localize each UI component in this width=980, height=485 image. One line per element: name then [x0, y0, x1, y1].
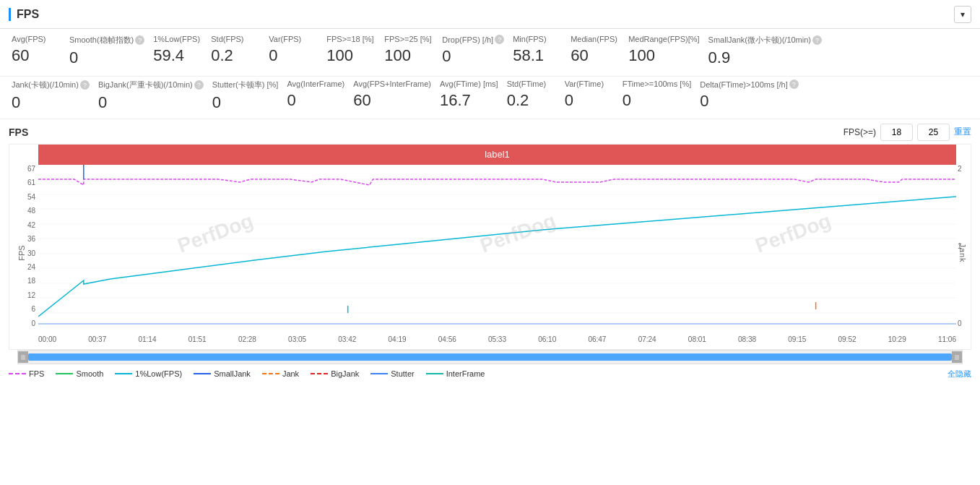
- stat-label: Smooth(稳帧指数)?: [69, 35, 144, 46]
- stats-row-2: Jank(卡顿)(/10min)?0BigJank(严重卡顿)(/10min)?…: [12, 80, 968, 112]
- stat-item: BigJank(严重卡顿)(/10min)?0: [98, 80, 212, 112]
- stat-item: Std(FTime)0.2: [507, 80, 565, 110]
- stat-value: 0: [69, 48, 78, 67]
- x-label: 06:10: [538, 335, 556, 343]
- chart-title: FPS: [9, 126, 28, 138]
- stat-value: 60: [353, 91, 370, 110]
- scrollbar-left-handle[interactable]: |||: [18, 351, 28, 363]
- stat-value: 100: [326, 46, 353, 65]
- stat-item: Avg(InterFrame)0: [287, 80, 353, 110]
- x-label: 03:42: [338, 335, 356, 343]
- fps-gte-label: FPS(>=): [844, 127, 876, 137]
- y-label: 30: [27, 249, 35, 257]
- fps-axis-label: FPS: [17, 245, 26, 260]
- y-label: 6: [31, 305, 35, 313]
- stat-value: 0.9: [708, 48, 731, 67]
- stat-item: Var(FTime)0: [565, 80, 623, 110]
- y-label: 36: [27, 235, 35, 243]
- legend-smooth-label: Smooth: [76, 369, 103, 378]
- stat-item: Min(FPS)58.1: [513, 35, 571, 65]
- legend-smalljank: SmallJank: [194, 369, 251, 378]
- help-icon[interactable]: ?: [812, 35, 822, 45]
- chart-container: 67 61 54 48 42 36 30 24 18 12 6 0 FPS Ja…: [9, 144, 971, 350]
- onepctlow-line: [38, 197, 956, 317]
- stat-item: Jank(卡顿)(/10min)?0: [12, 80, 98, 112]
- legend-stutter: Stutter: [370, 369, 414, 378]
- interframe-legend-line: [426, 373, 443, 374]
- chevron-down-icon: ▾: [961, 9, 965, 20]
- hide-all-button[interactable]: 全隐藏: [948, 369, 971, 379]
- x-label: 06:47: [588, 335, 606, 343]
- stat-value: 0: [565, 91, 573, 110]
- 1pctlow-legend-line: [115, 373, 132, 374]
- fps-input-2[interactable]: [917, 124, 950, 141]
- help-icon[interactable]: ?: [194, 80, 204, 90]
- dropdown-button[interactable]: ▾: [954, 6, 971, 23]
- x-label: 08:01: [688, 335, 706, 343]
- x-label: 10:29: [888, 335, 906, 343]
- legend-1pctlow-label: 1%Low(FPS): [135, 369, 182, 378]
- stutter-legend-line: [370, 373, 388, 374]
- smooth-legend-line: [56, 373, 73, 374]
- stat-item: MedRange(FPS)[%]100: [628, 35, 708, 65]
- legend-bigjank-label: BigJank: [331, 369, 359, 378]
- x-label: 01:14: [138, 335, 156, 343]
- scrollbar-right-handle[interactable]: |||: [952, 351, 962, 363]
- legend-bigjank: BigJank: [311, 369, 359, 378]
- fps-input-1[interactable]: [880, 124, 913, 141]
- stats-section-2: Jank(卡顿)(/10min)?0BigJank(严重卡顿)(/10min)?…: [0, 77, 980, 119]
- stat-label: Min(FPS): [513, 35, 546, 43]
- stat-value: 16.7: [440, 91, 471, 110]
- y-label: 24: [27, 263, 35, 271]
- scrollbar[interactable]: ||| |||: [17, 350, 963, 364]
- help-icon[interactable]: ?: [135, 35, 144, 45]
- help-icon[interactable]: ?: [80, 80, 90, 90]
- jank-legend-line: [262, 373, 279, 374]
- stat-label: Var(FPS): [269, 35, 301, 43]
- legend-smooth: Smooth: [56, 369, 103, 378]
- y-label: 0: [31, 319, 35, 327]
- stat-value: 0: [12, 93, 20, 112]
- stat-label: Std(FPS): [211, 35, 243, 43]
- stat-value: 60: [12, 46, 29, 65]
- legend-1pctlow: 1%Low(FPS): [115, 369, 182, 378]
- stat-item: Drop(FPS) [/h]?0: [442, 35, 513, 66]
- stat-label: Var(FTime): [565, 80, 604, 88]
- stat-item: 1%Low(FPS)59.4: [153, 35, 211, 65]
- legend-bar: FPS Smooth 1%Low(FPS) SmallJank Jank Big…: [0, 364, 980, 384]
- label-bar-text: label1: [485, 149, 510, 160]
- legend-interframe: InterFrame: [426, 369, 485, 378]
- stat-label: Avg(FPS+InterFrame): [353, 80, 431, 88]
- fps-line: [38, 179, 956, 185]
- y-label: 54: [27, 193, 35, 201]
- bigjank-legend-line: [311, 373, 328, 374]
- stat-label: Median(FPS): [571, 35, 617, 43]
- x-label: 01:51: [188, 335, 207, 343]
- stat-value: 58.1: [513, 46, 544, 65]
- x-label: 08:38: [738, 335, 756, 343]
- y-label: 67: [27, 165, 35, 173]
- y-label: 61: [27, 179, 35, 186]
- help-icon[interactable]: ?: [495, 35, 504, 44]
- stat-label: Drop(FPS) [/h]?: [442, 35, 504, 44]
- stat-item: Std(FPS)0.2: [211, 35, 269, 65]
- y-label: 18: [27, 277, 35, 285]
- fps-controls: FPS(>=) 重置: [844, 124, 971, 141]
- header: FPS ▾: [0, 0, 980, 29]
- reset-button[interactable]: 重置: [954, 126, 971, 138]
- stat-label: Stutter(卡顿率) [%]: [212, 80, 279, 90]
- stat-item: Median(FPS)60: [571, 35, 628, 65]
- x-label: 07:24: [638, 335, 656, 343]
- help-icon[interactable]: ?: [789, 80, 799, 89]
- stats-row-1: Avg(FPS)60Smooth(稳帧指数)?01%Low(FPS)59.4St…: [12, 35, 968, 67]
- legend-stutter-label: Stutter: [391, 369, 414, 378]
- y-label: 42: [27, 221, 35, 229]
- stat-label: FPS>=18 [%]: [326, 35, 373, 43]
- legend-interframe-label: InterFrame: [446, 369, 485, 378]
- stat-label: SmallJank(微小卡顿)(/10min)?: [708, 35, 822, 46]
- y-label: 48: [27, 207, 35, 215]
- scrollbar-track[interactable]: [28, 353, 952, 361]
- legend-jank-label: Jank: [282, 369, 299, 378]
- stat-value: 100: [384, 46, 411, 65]
- x-label: 09:52: [838, 335, 857, 343]
